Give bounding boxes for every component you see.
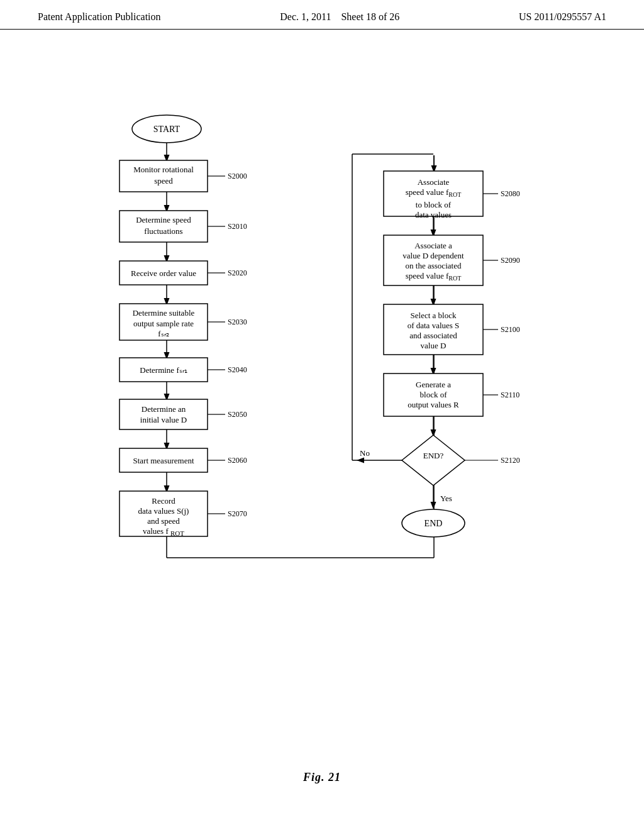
- figure-label: Fig. 21: [303, 771, 341, 784]
- svg-text:on the associated: on the associated: [406, 261, 462, 270]
- svg-text:S2120: S2120: [501, 456, 520, 465]
- header-center: Dec. 1, 2011 Sheet 18 of 26: [280, 11, 399, 23]
- svg-text:Yes: Yes: [440, 494, 452, 503]
- svg-text:output values R: output values R: [408, 400, 459, 409]
- svg-text:output sample rate: output sample rate: [133, 319, 194, 328]
- svg-marker-85: [402, 435, 465, 485]
- svg-text:S2060: S2060: [228, 456, 247, 465]
- svg-text:Associate: Associate: [418, 177, 450, 187]
- svg-text:S2010: S2010: [228, 222, 247, 231]
- svg-text:of data values S: of data values S: [408, 321, 460, 330]
- flowchart-diagram: START Monitor rotational speed S2000 Det…: [50, 92, 591, 721]
- svg-text:S2070: S2070: [228, 509, 247, 518]
- svg-text:value D dependent: value D dependent: [402, 251, 464, 260]
- svg-text:block of: block of: [420, 390, 448, 399]
- svg-text:S2020: S2020: [228, 268, 247, 277]
- svg-text:S2040: S2040: [228, 365, 247, 374]
- svg-text:to block of: to block of: [416, 200, 452, 209]
- page-header: Patent Application Publication Dec. 1, 2…: [0, 0, 644, 30]
- svg-text:Associate a: Associate a: [414, 241, 452, 250]
- svg-text:No: No: [360, 448, 370, 458]
- svg-text:initial value D: initial value D: [140, 415, 187, 424]
- svg-text:S2110: S2110: [501, 390, 519, 399]
- svg-text:S2030: S2030: [228, 318, 247, 326]
- svg-text:fluctuations: fluctuations: [144, 226, 182, 236]
- svg-text:Record: Record: [152, 496, 175, 506]
- page-content: START Monitor rotational speed S2000 Det…: [0, 30, 644, 822]
- svg-text:Determine suitable: Determine suitable: [133, 308, 195, 318]
- svg-text:Determine speed: Determine speed: [136, 215, 191, 224]
- svg-text:Determine fₛᵣ₁: Determine fₛᵣ₁: [140, 365, 187, 375]
- svg-text:data values S(j): data values S(j): [138, 506, 189, 516]
- svg-text:S2080: S2080: [501, 189, 520, 198]
- svg-text:fₛᵣ₂: fₛᵣ₂: [158, 329, 169, 338]
- svg-text:Generate a: Generate a: [416, 380, 451, 389]
- svg-text:Determine an: Determine an: [142, 404, 186, 414]
- svg-text:START: START: [153, 124, 180, 134]
- header-left: Patent Application Publication: [38, 11, 161, 23]
- svg-text:value D: value D: [421, 341, 447, 350]
- svg-text:S2000: S2000: [228, 172, 247, 180]
- svg-text:speed: speed: [154, 176, 173, 185]
- svg-text:Select a block: Select a block: [411, 311, 457, 320]
- svg-text:S2090: S2090: [501, 256, 520, 265]
- svg-text:Start measurement: Start measurement: [133, 456, 194, 465]
- header-right: US 2011/0295557 A1: [519, 11, 606, 23]
- svg-text:and associated: and associated: [409, 331, 457, 340]
- svg-text:S2050: S2050: [228, 410, 247, 419]
- svg-text:END?: END?: [423, 451, 444, 460]
- svg-text:S2100: S2100: [501, 325, 520, 334]
- svg-text:Monitor rotational: Monitor rotational: [133, 165, 194, 174]
- svg-text:END: END: [425, 519, 443, 528]
- svg-text:Receive order value: Receive order value: [131, 268, 196, 278]
- svg-text:and speed: and speed: [147, 516, 180, 526]
